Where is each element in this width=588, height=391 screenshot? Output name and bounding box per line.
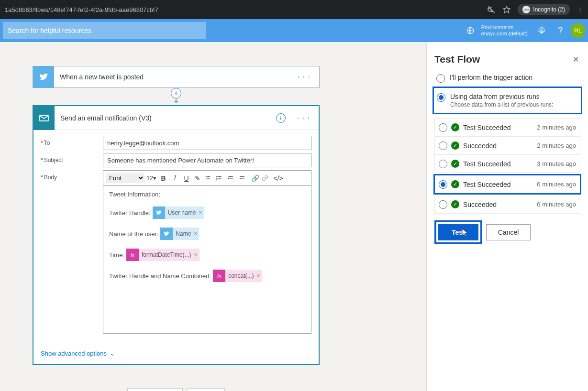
- body-line-1: Twitter Handle: User name ×: [109, 206, 305, 219]
- svg-point-6: [217, 179, 217, 180]
- list-bullet-icon[interactable]: [216, 175, 225, 182]
- outdent-icon[interactable]: [227, 175, 237, 182]
- close-panel-icon[interactable]: ✕: [571, 55, 580, 64]
- incognito-badge: 👓 Incognito (2): [518, 4, 570, 15]
- highlight-previous-runs: Using data from previous runs Choose dat…: [433, 87, 582, 114]
- help-icon[interactable]: ?: [553, 26, 568, 36]
- action-card: Send an email notification (V3) i · · · …: [33, 105, 320, 365]
- list-num-icon[interactable]: [204, 175, 214, 182]
- svg-point-4: [217, 176, 217, 176]
- body-line-4: Twitter Handle and Name Combined: fx con…: [109, 270, 305, 282]
- browser-menu-icon[interactable]: ⋮: [577, 6, 583, 13]
- incognito-text: Incognito (2): [533, 6, 565, 13]
- fx-icon: fx: [213, 270, 225, 282]
- label-to: *To: [41, 136, 103, 146]
- to-input[interactable]: [103, 136, 311, 150]
- token-username[interactable]: User name ×: [153, 206, 204, 219]
- font-select[interactable]: Font: [106, 173, 144, 183]
- body-line-3: Time: fx formatDateTime(...) ×: [109, 249, 305, 261]
- close-icon[interactable]: ×: [194, 251, 198, 258]
- new-step-button[interactable]: + New step: [127, 388, 183, 391]
- highlight-test-button: Test: [434, 220, 482, 244]
- token-concat[interactable]: fx concat(...) ×: [213, 270, 262, 282]
- close-icon[interactable]: ×: [199, 209, 202, 216]
- action-title: Send an email notification (V3): [55, 114, 276, 122]
- label-body: *Body: [41, 170, 103, 181]
- color-icon[interactable]: ✎: [193, 174, 202, 182]
- incognito-icon: 👓: [522, 6, 530, 13]
- radio-icon: [436, 74, 445, 83]
- cancel-button[interactable]: Cancel: [486, 224, 531, 240]
- fx-icon: fx: [126, 249, 139, 261]
- environment-selector[interactable]: Environments enayu.com (default): [481, 24, 528, 37]
- star-icon[interactable]: [503, 6, 510, 13]
- body-line-0: Tweet Information:: [109, 191, 305, 198]
- mail-icon: [33, 106, 55, 130]
- run-item[interactable]: ✓ Test Succeeded 2 minutes ago: [434, 118, 580, 137]
- chevron-down-icon: ⌄: [110, 350, 115, 357]
- run-item[interactable]: ✓ Test Succeeded 3 minutes ago: [434, 155, 580, 173]
- run-item[interactable]: ✓ Succeeded 6 minutes ago: [434, 196, 580, 214]
- advanced-options-link[interactable]: Show advanced options ⌄: [33, 346, 319, 364]
- bold-icon[interactable]: B: [158, 174, 168, 182]
- close-icon[interactable]: ×: [194, 230, 197, 237]
- trigger-card[interactable]: When a new tweet is posted · · ·: [33, 66, 320, 88]
- radio-icon: [439, 123, 447, 132]
- svg-marker-0: [504, 6, 510, 12]
- check-icon: ✓: [451, 123, 459, 131]
- panel-title: Test Flow: [434, 54, 480, 65]
- label-subject: *Subject: [41, 153, 103, 163]
- connector: +: [33, 88, 320, 105]
- close-icon[interactable]: ×: [257, 272, 260, 279]
- environment-icon[interactable]: [466, 26, 481, 35]
- app-header: Environments enayu.com (default) ? HL: [0, 19, 588, 42]
- indent-icon[interactable]: [239, 175, 248, 182]
- size-select[interactable]: 12 ▾: [146, 174, 156, 182]
- twitter-icon: [153, 206, 165, 219]
- run-list: ✓ Test Succeeded 2 minutes ago ✓ Succeed…: [434, 118, 580, 214]
- unlink-icon[interactable]: [262, 175, 271, 182]
- svg-point-5: [217, 178, 217, 178]
- trigger-title: When a new tweet is posted: [54, 73, 289, 81]
- test-flow-panel: Test Flow ✕ I'll perform the trigger act…: [426, 42, 588, 391]
- arrow-down-icon: [173, 98, 179, 104]
- code-icon[interactable]: </>: [273, 174, 283, 182]
- check-icon: ✓: [451, 200, 459, 208]
- run-item[interactable]: ✓ Succeeded 2 minutes ago: [434, 137, 580, 155]
- trigger-menu-icon[interactable]: · · ·: [289, 73, 319, 81]
- radio-icon: [439, 200, 447, 209]
- radio-perform-trigger[interactable]: I'll perform the trigger action: [434, 71, 580, 86]
- action-menu-icon[interactable]: · · ·: [288, 114, 319, 122]
- token-formatdatetime[interactable]: fx formatDateTime(...) ×: [126, 249, 200, 261]
- link-icon[interactable]: 🔗: [250, 174, 260, 182]
- info-icon[interactable]: i: [276, 113, 286, 123]
- body-editor[interactable]: Tweet Information: Twitter Handle: User …: [103, 185, 311, 334]
- env-label: Environments: [481, 24, 528, 31]
- settings-icon[interactable]: [537, 26, 553, 35]
- italic-icon[interactable]: I: [170, 174, 179, 182]
- save-button[interactable]: Save: [188, 388, 225, 391]
- check-icon: ✓: [451, 160, 459, 168]
- action-header[interactable]: Send an email notification (V3) i · · ·: [33, 106, 319, 130]
- token-name[interactable]: Name ×: [160, 228, 199, 240]
- body-line-2: Name of the user: Name ×: [109, 228, 305, 240]
- url-text: 1a5d8b63/flows/148ef747-fef2-4f2a-9fdb-a…: [5, 6, 487, 13]
- test-button[interactable]: Test: [438, 224, 478, 240]
- underline-icon[interactable]: U: [181, 174, 191, 182]
- radio-icon: [439, 141, 447, 150]
- search-input[interactable]: [3, 22, 206, 39]
- avatar[interactable]: HL: [571, 23, 585, 38]
- env-value: enayu.com (default): [481, 31, 528, 37]
- radio-previous-runs[interactable]: Using data from previous runs Choose dat…: [435, 90, 580, 111]
- editor-toolbar: Font 12 ▾ B I U ✎ 🔗 </>: [103, 170, 311, 185]
- browser-bar: 1a5d8b63/flows/148ef747-fef2-4f2a-9fdb-a…: [0, 0, 588, 19]
- add-step-button[interactable]: +: [171, 88, 181, 98]
- run-item-selected[interactable]: ✓ Test Succeeded 6 minutes ago: [433, 174, 581, 195]
- radio-icon: [439, 160, 447, 168]
- svg-point-2: [541, 30, 543, 32]
- eye-off-icon[interactable]: [487, 5, 496, 14]
- twitter-icon: [33, 66, 54, 88]
- check-icon: ✓: [451, 141, 459, 150]
- check-icon: ✓: [451, 180, 459, 188]
- subject-input[interactable]: [103, 153, 311, 167]
